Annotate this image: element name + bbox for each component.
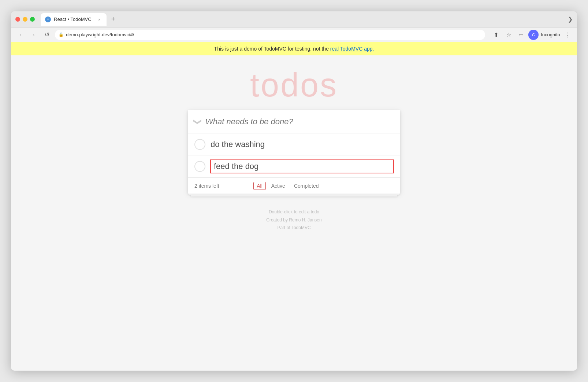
profile-button[interactable]: G — [528, 30, 539, 40]
share-button[interactable]: ⬆ — [491, 30, 501, 40]
todo-item-editing — [188, 155, 400, 177]
minimize-window-button[interactable] — [23, 17, 27, 22]
banner-link[interactable]: real TodoMVC app. — [330, 46, 374, 52]
incognito-label: Incognito — [541, 32, 560, 37]
address-input[interactable] — [55, 30, 485, 40]
app-info-line1: Double-click to edit a todo — [266, 208, 321, 216]
app-title: todos — [250, 66, 338, 104]
page-content: This is just a demo of TodoMVC for testi… — [11, 42, 577, 371]
filter-active-button[interactable]: Active — [268, 182, 289, 190]
new-todo-input[interactable] — [205, 117, 394, 126]
demo-banner: This is just a demo of TodoMVC for testi… — [11, 42, 577, 55]
address-actions: ⬆ ☆ ▭ G Incognito ⋮ — [491, 30, 573, 40]
forward-button[interactable]: › — [29, 30, 39, 40]
created-by-label: Created by — [266, 217, 289, 223]
active-tab[interactable]: ⚛ React • TodoMVC × — [41, 13, 107, 26]
app-container: todos ❯ do the washing 2 — [188, 66, 400, 232]
todo-card: ❯ do the washing 2 items left All — [188, 110, 400, 194]
todo-item: do the washing — [188, 133, 400, 155]
fullscreen-window-button[interactable] — [30, 17, 35, 22]
todo-label-1: do the washing — [211, 140, 394, 149]
address-wrapper: 🔒 — [55, 30, 485, 40]
todo-checkbox-2[interactable] — [194, 161, 205, 172]
toggle-all-button[interactable]: ❯ — [193, 118, 202, 125]
app-info-line2: Created by Remo H. Jansen — [266, 216, 321, 224]
todo-footer: 2 items left All Active Completed Clear … — [188, 177, 400, 194]
close-window-button[interactable] — [15, 17, 20, 22]
author-link[interactable]: Remo H. Jansen — [289, 217, 321, 223]
back-button[interactable]: ‹ — [15, 30, 26, 40]
tab-close-button[interactable]: × — [96, 16, 102, 22]
new-tab-button[interactable]: + — [108, 14, 118, 25]
refresh-button[interactable]: ↺ — [42, 30, 52, 40]
tab-favicon: ⚛ — [45, 16, 51, 22]
browser-window: ⚛ React • TodoMVC × + ❯ ‹ › ↺ 🔒 ⬆ ☆ ▭ G … — [11, 11, 577, 371]
tab-title: React • TodoMVC — [54, 16, 93, 22]
banner-text: This is just a demo of TodoMVC for testi… — [214, 46, 330, 52]
items-left: 2 items left — [194, 183, 219, 189]
sidebar-button[interactable]: ▭ — [516, 30, 526, 40]
address-bar: ‹ › ↺ 🔒 ⬆ ☆ ▭ G Incognito ⋮ — [11, 27, 577, 42]
filter-all-button[interactable]: All — [253, 182, 266, 190]
app-info-line3: Part of TodoMVC — [266, 224, 321, 232]
traffic-lights — [15, 17, 35, 22]
title-bar: ⚛ React • TodoMVC × + ❯ — [11, 11, 577, 27]
tab-bar: ⚛ React • TodoMVC × + ❯ — [41, 13, 573, 26]
filter-completed-button[interactable]: Completed — [291, 182, 322, 190]
new-todo-row: ❯ — [188, 110, 400, 133]
tab-bar-dropdown[interactable]: ❯ — [568, 16, 573, 23]
app-info-footer: Double-click to edit a todo Created by R… — [266, 208, 321, 232]
todomvc-link[interactable]: TodoMVC — [291, 225, 311, 230]
bookmark-button[interactable]: ☆ — [503, 30, 514, 40]
todo-edit-input[interactable] — [211, 160, 394, 173]
part-of-label: Part of — [277, 225, 291, 230]
todo-checkbox-1[interactable] — [194, 139, 205, 150]
filter-buttons: All Active Completed — [253, 182, 322, 190]
menu-button[interactable]: ⋮ — [562, 30, 573, 40]
